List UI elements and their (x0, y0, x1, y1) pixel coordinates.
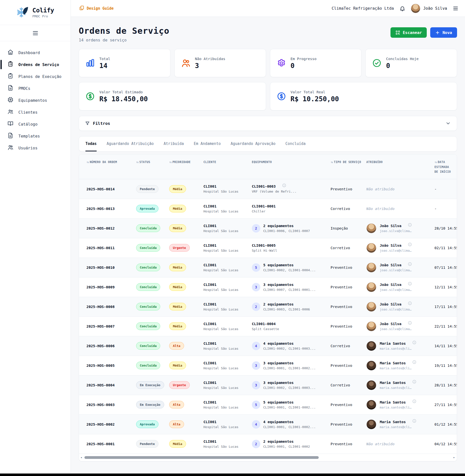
sidebar-item-usu-rios[interactable]: Usuários (0, 142, 71, 154)
info-icon[interactable] (408, 301, 412, 305)
column-header-label: DATA ESTIMADA DE INÍCIO (434, 160, 451, 173)
tab-aguardando-atribui-o[interactable]: Aguardando Atribuição (107, 136, 154, 151)
sidebar-item-planos-de-execu-o[interactable]: Planos de Execução (0, 70, 71, 82)
assignee-email: maria.santos@cli… (380, 406, 416, 409)
sidebar-collapse-button[interactable] (0, 25, 71, 41)
equipment-count-badge: 3 (252, 283, 260, 291)
table-row[interactable]: 2025-HOS-0006ConcluídaAltaCLI001Hospital… (79, 336, 457, 356)
stats-cards: Total14Não Atribuídas3Em Progresso0Concl… (79, 49, 457, 77)
table-row[interactable]: 2025-HOS-0014PendenteMédiaCLI001Hospital… (79, 179, 457, 199)
table-row[interactable]: 2025-HOS-0002AprovadaAltaCLI001Hospital … (79, 414, 457, 434)
info-icon[interactable] (408, 223, 412, 227)
filters-bar[interactable]: Filtros (79, 116, 457, 131)
assignee-avatar (366, 419, 376, 429)
column-header-label: CLIENTE (203, 160, 216, 164)
column-header-5[interactable]: ↑↓TIPO DE SERVIÇO (331, 160, 366, 174)
sort-arrows-icon[interactable]: ↑↓ (434, 161, 437, 164)
service-type: Preventivo (331, 364, 352, 368)
table-row[interactable]: 2025-HOS-0009ConcluídaMédiaCLI001Hospita… (79, 277, 457, 297)
assignee-name: Maria Santos (380, 341, 406, 345)
equipment-count-badge: 2 (252, 224, 260, 233)
service-type: Preventivo (331, 266, 352, 270)
column-header-1[interactable]: ↑↓STATUS (136, 160, 169, 174)
info-icon[interactable] (412, 399, 416, 403)
overflow-menu-icon[interactable] (453, 5, 459, 11)
orders-table: ↑↓NÚMERO DA ORDEM↑↓STATUS↑↓PRIORIDADECLI… (79, 154, 457, 461)
column-header-label: EQUIPAMENTO (252, 160, 272, 164)
sidebar-item-templates[interactable]: Templates (0, 130, 71, 142)
chevron-down-icon[interactable] (445, 121, 451, 126)
estimated-start-date: - (434, 207, 437, 211)
scroll-right-arrow[interactable]: ▸ (452, 456, 456, 459)
scan-button[interactable]: Escanear (390, 27, 427, 38)
status-badge: Concluída (136, 264, 160, 271)
tab-conclu-da[interactable]: Concluída (285, 136, 306, 151)
column-header-0[interactable]: ↑↓NÚMERO DA ORDEM (86, 160, 136, 174)
sort-arrows-icon[interactable]: ↑↓ (331, 161, 333, 164)
stat-value: 3 (195, 62, 225, 69)
client-cell: CLI001Hospital São Lucas (203, 381, 252, 390)
info-icon[interactable] (412, 360, 416, 364)
client-cell: CLI001Hospital São Lucas (203, 440, 252, 448)
client-name: Hospital São Lucas (203, 268, 248, 272)
table-row[interactable]: 2025-HOS-0008ConcluídaMédiaCLI001Hospita… (79, 297, 457, 316)
client-name: Hospital São Lucas (203, 288, 248, 292)
table-row[interactable]: 2025-HOS-0012ConcluídaMédiaCLI001Hospita… (79, 218, 457, 238)
info-icon[interactable] (282, 183, 286, 187)
equipment-cell: 33 equipamentosCLI001-0007, CLI001-0001.… (252, 283, 331, 292)
order-number: 2025-HOS-0006 (86, 344, 115, 348)
info-icon[interactable] (408, 262, 412, 266)
scrollbar-thumb[interactable] (84, 456, 319, 459)
order-number: 2025-HOS-0014 (86, 187, 115, 191)
scroll-left-arrow[interactable]: ◂ (79, 456, 83, 459)
sidebar-item-label: PMOCs (18, 86, 30, 91)
table-row[interactable]: 2025-HOS-0004Em ExecuçãoUrgenteCLI001Hos… (79, 375, 457, 395)
sidebar-item-label: Equipamentos (18, 98, 47, 103)
tab-em-andamento[interactable]: Em Andamento (194, 136, 221, 151)
stat-card-n-o-atribu-das: Não Atribuídas3 (174, 49, 266, 77)
column-header-7[interactable]: ↑↓DATA ESTIMADA DE INÍCIO (434, 160, 457, 174)
assignee-cell: João Silvajoao.silva@clima… (366, 243, 434, 253)
info-icon[interactable] (412, 380, 416, 384)
tab-todas[interactable]: Todas (85, 136, 97, 151)
priority-badge: Média (169, 264, 186, 271)
sort-arrows-icon[interactable]: ↑↓ (86, 161, 89, 164)
sidebar-item-clientes[interactable]: Clientes (0, 106, 71, 118)
new-order-button[interactable]: Nova (430, 27, 457, 38)
service-type: Preventivo (331, 403, 352, 407)
sidebar-item-dashboard[interactable]: Dashboard (0, 47, 71, 59)
tab-aguardando-aprova-o[interactable]: Aguardando Aprovação (231, 136, 275, 151)
info-icon[interactable] (412, 340, 416, 344)
estimated-start-date: 04/12 14:55 (434, 442, 457, 446)
page-title: Ordens de Serviço (79, 26, 169, 36)
tab-atribu-da[interactable]: Atribuída (164, 136, 184, 151)
info-icon[interactable] (408, 321, 412, 325)
table-row[interactable]: 2025-HOS-0010ConcluídaMédiaCLI001Hospita… (79, 258, 457, 277)
snowflake-leaf-logo-icon (16, 6, 29, 19)
sidebar-item-cat-logo[interactable]: Catálogo (0, 118, 71, 130)
column-header-label: TIPO DE SERVIÇO (334, 160, 361, 164)
table-row[interactable]: 2025-HOS-0005ConcluídaMédiaCLI001Hospita… (79, 356, 457, 375)
filters-label: Filtros (93, 121, 110, 126)
info-icon[interactable] (408, 242, 412, 246)
sidebar-item-pmocs[interactable]: PMOCs (0, 82, 71, 94)
table-row[interactable]: 2025-HOS-0013AprovadaMédiaCLI001Hospital… (79, 199, 457, 218)
table-row[interactable]: 2025-HOS-0011ConcluídaUrgenteCLI001Hospi… (79, 238, 457, 258)
notifications-bell-icon[interactable] (399, 5, 405, 11)
table-row[interactable]: 2025-HOS-0003Em ExecuçãoAltaCLI001Hospit… (79, 395, 457, 414)
column-header-2[interactable]: ↑↓PRIORIDADE (169, 160, 203, 174)
table-row[interactable]: 2025-HOS-0007ConcluídaMédiaCLI001Hospita… (79, 316, 457, 336)
assignee-email: joao.silva@clima… (380, 249, 412, 252)
design-guide-link[interactable]: Design Guide (79, 5, 114, 11)
not-assigned-label: Não atribuído (366, 207, 395, 211)
sidebar-item-equipamentos[interactable]: Equipamentos (0, 94, 71, 106)
sort-arrows-icon[interactable]: ↑↓ (136, 161, 138, 164)
main-content: Ordens de Serviço 14 ordens de serviço E… (71, 17, 465, 476)
table-row[interactable]: 2025-HOS-0001PendenteMédiaCLI001Hospital… (79, 434, 457, 454)
info-icon[interactable] (412, 419, 416, 423)
sidebar-item-ordens-de-servi-o[interactable]: Ordens de Serviço (0, 59, 71, 70)
info-icon[interactable] (408, 282, 412, 286)
estimated-start-date: 19/11 14:55 (434, 364, 457, 368)
sort-arrows-icon[interactable]: ↑↓ (169, 161, 171, 164)
user-menu[interactable]: João Silva (411, 4, 447, 13)
